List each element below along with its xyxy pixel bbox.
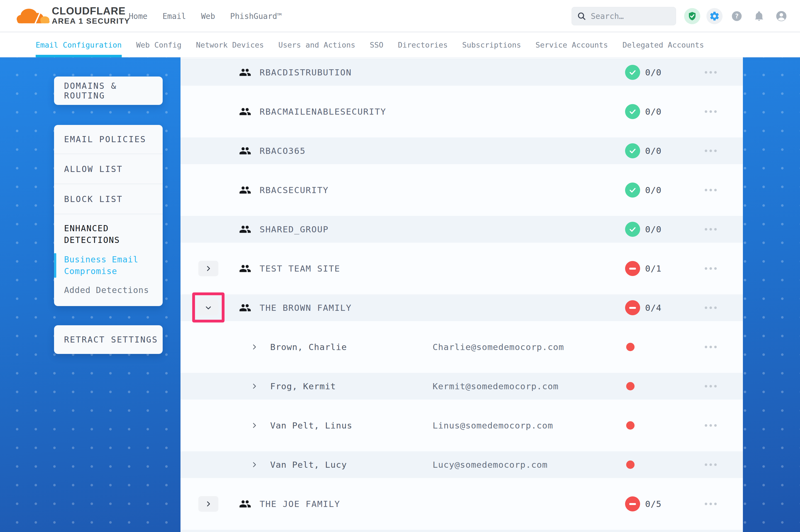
nav-item-web[interactable]: Web xyxy=(201,12,215,21)
table-row-group[interactable]: TEST TEAM SITE 0/1 xyxy=(181,255,743,282)
status-blocked-dot xyxy=(626,460,635,469)
search-input[interactable] xyxy=(591,12,671,21)
status-ok-badge xyxy=(625,222,640,237)
table-row-group[interactable]: RBACDISTRUBUTION 0/0 xyxy=(181,59,743,86)
row-menu-button[interactable] xyxy=(704,343,718,351)
status-blocked-dot xyxy=(626,343,635,351)
member-name: Van Pelt, Linus xyxy=(270,420,352,431)
nav-item-phishguard[interactable]: PhishGuard™ xyxy=(230,12,281,21)
status-blocked-badge xyxy=(625,496,640,511)
row-menu-button[interactable] xyxy=(704,304,718,312)
chevron-right-icon xyxy=(251,422,258,429)
cloudflare-logo[interactable]: CLOUDFLARE AREA 1 SECURITY xyxy=(16,4,130,27)
status-blocked-dot xyxy=(626,382,635,391)
status-blocked-badge xyxy=(625,300,640,315)
group-name: RBACO365 xyxy=(260,146,306,156)
group-people-icon xyxy=(239,223,251,235)
nav-item-email[interactable]: Email xyxy=(162,12,186,21)
status-ok-badge xyxy=(625,183,640,197)
settings-gear-icon[interactable] xyxy=(706,8,723,24)
sidebar-item-business-email-compromise[interactable]: Business Email Compromise xyxy=(54,254,163,277)
nav-item-home[interactable]: Home xyxy=(129,12,147,21)
table-row-partial xyxy=(181,530,743,532)
row-menu-button[interactable] xyxy=(704,421,718,430)
sidebar-item-email-policies[interactable]: EMAIL POLICIES xyxy=(54,125,163,154)
member-count: 0/0 xyxy=(645,224,661,234)
group-name: RBACSECURITY xyxy=(260,185,329,195)
table-row-member[interactable]: Frog, Kermit Kermit@somedemocorp.com xyxy=(181,373,743,400)
row-menu-button[interactable] xyxy=(704,147,718,155)
row-menu-button[interactable] xyxy=(704,108,718,116)
expand-button[interactable] xyxy=(198,261,218,276)
status-blocked-dot xyxy=(626,421,635,430)
chevron-right-icon xyxy=(205,500,212,508)
sidebar-item-retract-settings[interactable]: RETRACT SETTINGS xyxy=(54,325,163,354)
expand-button[interactable] xyxy=(198,496,218,512)
row-menu-button[interactable] xyxy=(704,186,718,194)
chevron-down-icon xyxy=(205,304,212,311)
search-box[interactable] xyxy=(571,7,676,25)
chevron-right-icon xyxy=(251,343,258,350)
member-count: 0/5 xyxy=(645,499,661,509)
table-row-member[interactable]: Van Pelt, Linus Linus@somedemocorp.com xyxy=(181,412,743,439)
chevron-right-icon xyxy=(205,265,212,272)
tab-directories[interactable]: Directories xyxy=(398,32,448,57)
tab-users-and-actions[interactable]: Users and Actions xyxy=(278,32,355,57)
table-row-group[interactable]: THE JOE FAMILY 0/5 xyxy=(181,491,743,517)
tab-delegated-accounts[interactable]: Delegated Accounts xyxy=(622,32,704,57)
chevron-right-icon xyxy=(251,461,258,468)
member-name: Frog, Kermit xyxy=(270,381,336,391)
user-avatar-icon[interactable] xyxy=(773,8,789,24)
enhanced-detections-heading: ENHANCED DETECTIONS xyxy=(54,214,163,246)
email-policies-card: EMAIL POLICIES ALLOW LIST BLOCK LIST ENH… xyxy=(54,125,163,306)
row-menu-button[interactable] xyxy=(704,69,718,77)
logo-brand-text: CLOUDFLARE xyxy=(52,5,130,17)
status-ok-badge xyxy=(625,143,640,158)
member-count: 0/1 xyxy=(645,264,661,273)
collapse-button[interactable] xyxy=(198,300,218,316)
sidebar-item-block-list[interactable]: BLOCK LIST xyxy=(54,184,163,214)
tab-web-config[interactable]: Web Config xyxy=(136,32,182,57)
table-row-member[interactable]: Brown, Charlie Charlie@somedemocorp.com xyxy=(181,334,743,360)
table-row-member[interactable]: Van Pelt, Lucy Lucy@somedemocorp.com xyxy=(181,451,743,478)
group-name: RBACMAILENABLESECURITY xyxy=(260,107,386,117)
sidebar-item-domains-routing[interactable]: DOMAINS & ROUTING xyxy=(54,77,163,105)
member-email: Lucy@somedemocorp.com xyxy=(433,460,548,470)
group-name: THE BROWN FAMILY xyxy=(260,303,352,313)
help-icon[interactable]: ? xyxy=(729,8,745,24)
table-row-group[interactable]: RBACMAILENABLESECURITY 0/0 xyxy=(181,98,743,125)
tab-service-accounts[interactable]: Service Accounts xyxy=(536,32,608,57)
table-row-group[interactable]: SHARED_GROUP 0/0 xyxy=(181,216,743,243)
shield-check-icon[interactable] xyxy=(684,8,700,24)
sidebar-item-allow-list[interactable]: ALLOW LIST xyxy=(54,154,163,184)
member-email: Charlie@somedemocorp.com xyxy=(433,342,564,352)
group-name: THE JOE FAMILY xyxy=(260,499,340,509)
table-row-group[interactable]: RBACO365 0/0 xyxy=(181,137,743,164)
member-name: Brown, Charlie xyxy=(270,342,347,352)
table-row-group[interactable]: RBACSECURITY 0/0 xyxy=(181,177,743,203)
status-blocked-badge xyxy=(625,261,640,276)
tab-network-devices[interactable]: Network Devices xyxy=(196,32,264,57)
tab-sso[interactable]: SSO xyxy=(370,32,384,57)
row-menu-button[interactable] xyxy=(704,382,718,391)
table-row-group[interactable]: THE BROWN FAMILY 0/4 xyxy=(181,294,743,321)
group-people-icon xyxy=(239,302,251,314)
row-menu-button[interactable] xyxy=(704,225,718,233)
group-people-icon xyxy=(239,145,251,157)
groups-list: RBACDISTRUBUTION 0/0 RBACMAILENABLESECUR… xyxy=(181,57,743,532)
group-name: TEST TEAM SITE xyxy=(260,264,340,273)
row-menu-button[interactable] xyxy=(704,461,718,469)
row-menu-button[interactable] xyxy=(704,500,718,508)
row-menu-button[interactable] xyxy=(704,265,718,273)
search-icon xyxy=(577,12,586,21)
logo-sub-text: AREA 1 SECURITY xyxy=(52,17,130,25)
member-count: 0/4 xyxy=(645,303,661,313)
tab-subscriptions[interactable]: Subscriptions xyxy=(462,32,521,57)
status-ok-badge xyxy=(625,65,640,80)
status-ok-badge xyxy=(625,104,640,119)
sidebar-item-added-detections[interactable]: Added Detections xyxy=(54,284,163,296)
group-people-icon xyxy=(239,66,251,78)
tab-email-configuration[interactable]: Email Configuration xyxy=(36,32,122,57)
left-sidebar: DOMAINS & ROUTING EMAIL POLICIES ALLOW L… xyxy=(54,77,163,354)
notifications-bell-icon[interactable] xyxy=(751,8,767,24)
